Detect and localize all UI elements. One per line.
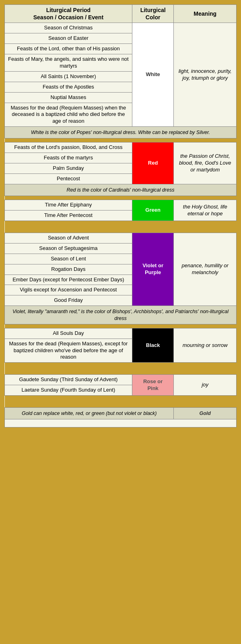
note-row-white: White is the color of Popes' non-liturgi… [5, 127, 237, 138]
period-cell: Feasts of the Lord, other than of His pa… [5, 44, 132, 54]
meaning-cell-red: the Passion of Christ, blood, fire, God'… [174, 142, 237, 184]
period-cell: Feasts of Mary, the angels, and saints w… [5, 54, 132, 72]
meaning-cell-violet: penance, humility or melancholy [174, 233, 237, 306]
spacer-extra [5, 221, 237, 225]
period-cell: Masses for the dead (Requiem Masses) whe… [5, 103, 132, 127]
data-row: Season of AdventViolet orPurplepenance, … [5, 233, 237, 244]
data-row: All Souls DayBlackmourning or sorrow [5, 328, 237, 339]
meaning-cell-black: mourning or sorrow [174, 328, 237, 363]
period-cell: Feasts of the martyrs [5, 153, 132, 163]
spacer-extra-black [5, 367, 237, 371]
note-row-violet: Violet, literally "amaranth red," is the… [5, 306, 237, 324]
note-text-white: White is the color of Popes' non-liturgi… [5, 127, 237, 138]
note-text-red: Red is the color of Cardinals' non-litur… [5, 184, 237, 196]
spacer-extra-black [5, 363, 237, 367]
data-row: Season of ChristmasWhitelight, innocence… [5, 23, 237, 33]
note-row-red: Red is the color of Cardinals' non-litur… [5, 184, 237, 196]
color-cell-gold: Gold [174, 408, 237, 419]
period-cell: Feasts of the Lord's passion, Blood, and… [5, 142, 132, 153]
period-cell: Season of Advent [5, 233, 132, 244]
period-cell: Masses for the dead (Requiem Masses), ex… [5, 339, 132, 363]
spacer-row [5, 371, 237, 375]
color-cell-red: Red [132, 142, 174, 184]
meaning-cell-green: the Holy Ghost, life eternal or hope [174, 200, 237, 221]
header-meaning: Meaning [174, 5, 237, 23]
period-cell: Rogation Days [5, 264, 132, 275]
empty-row-gold [5, 419, 237, 427]
spacer-row [5, 138, 237, 142]
liturgical-table: Liturgical PeriodSeason / Occasion / Eve… [4, 4, 237, 427]
period-cell: Season of Lent [5, 254, 132, 264]
period-cell: Season of Christmas [5, 23, 132, 33]
period-cell: Season of Septuagesima [5, 243, 132, 254]
period-cell: Laetare Sunday (Fourth Sunday of Lent) [5, 385, 132, 396]
table-header: Liturgical PeriodSeason / Occasion / Eve… [5, 5, 237, 23]
data-row: Time After EpiphanyGreenthe Holy Ghost, … [5, 200, 237, 211]
period-cell: Pentecost [5, 174, 132, 184]
header-color: LiturgicalColor [132, 5, 174, 23]
meaning-cell-white: light, innocence, purity, joy, triumph o… [174, 23, 237, 127]
note-text-gold: Gold can replace white, red, or green (b… [5, 408, 174, 419]
header-period: Liturgical PeriodSeason / Occasion / Eve… [5, 5, 132, 23]
spacer-row [5, 324, 237, 328]
period-cell: Ember Days (except for Pentecost Ember D… [5, 275, 132, 285]
main-container: Liturgical PeriodSeason / Occasion / Eve… [3, 3, 238, 429]
period-cell: Good Friday [5, 295, 132, 306]
color-cell-violet: Violet orPurple [132, 233, 174, 306]
period-cell: Feasts of the Apostles [5, 82, 132, 92]
color-cell-green: Green [132, 200, 174, 221]
period-cell: Time After Pentecost [5, 211, 132, 221]
spacer-extra-rose [5, 400, 237, 404]
spacer-extra [5, 225, 237, 229]
spacer-row [5, 196, 237, 200]
period-cell: All Souls Day [5, 328, 132, 339]
data-row: Feasts of the Lord's passion, Blood, and… [5, 142, 237, 153]
spacer-row [5, 404, 237, 408]
meaning-cell-rose: joy [174, 375, 237, 396]
color-cell-white: White [132, 23, 174, 127]
period-cell: All Saints (1 November) [5, 71, 132, 82]
period-cell: Palm Sunday [5, 163, 132, 174]
period-cell: Time After Epiphany [5, 200, 132, 211]
note-row-gold: Gold can replace white, red, or green (b… [5, 408, 237, 419]
period-cell: Gaudete Sunday (Third Sunday of Advent) [5, 375, 132, 385]
color-cell-black: Black [132, 328, 174, 363]
period-cell: Vigils except for Ascension and Pentecos… [5, 285, 132, 295]
spacer-extra-rose [5, 396, 237, 400]
spacer-row [5, 229, 237, 233]
data-row: Gaudete Sunday (Third Sunday of Advent)R… [5, 375, 237, 385]
note-text-violet: Violet, literally "amaranth red," is the… [5, 306, 237, 324]
period-cell: Nuptial Masses [5, 92, 132, 103]
color-cell-rose: Rose orPink [132, 375, 174, 396]
period-cell: Season of Easter [5, 33, 132, 44]
